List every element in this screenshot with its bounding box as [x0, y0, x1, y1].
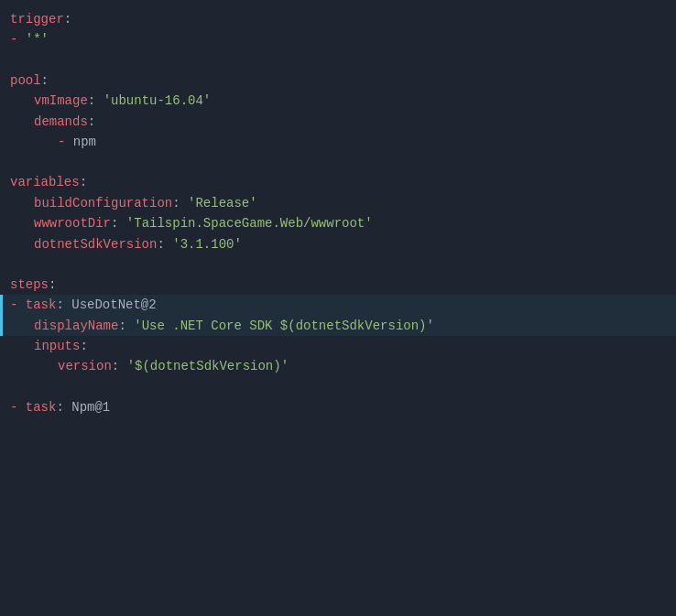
code-line: displayName: 'Use .NET Core SDK $(dotnet…: [0, 316, 676, 336]
code-line: version: '$(dotnetSdkVersion)': [0, 356, 676, 376]
key-token: wwwrootDir: [34, 216, 111, 231]
key-token: steps: [10, 277, 49, 292]
key-token: inputs: [34, 339, 80, 353]
key-token: trigger: [10, 12, 64, 27]
colon-token: :: [157, 237, 172, 252]
key-token: task: [26, 400, 57, 415]
key-token: demands: [34, 114, 88, 129]
colon-token: :: [80, 175, 87, 189]
key-token: buildConfiguration: [34, 196, 172, 211]
code-line: - task: UseDotNet@2: [0, 295, 676, 315]
colon-token: :: [64, 12, 71, 27]
code-line: buildConfiguration: 'Release': [0, 193, 676, 213]
code-line: demands:: [0, 112, 676, 132]
colon-token: :: [88, 93, 104, 108]
key-token: version: [58, 359, 112, 373]
key-token: dotnetSdkVersion: [34, 237, 157, 252]
colon-token: :: [88, 114, 95, 129]
string-token: 'Use .NET Core SDK $(dotnetSdkVersion)': [134, 319, 434, 333]
colon-token: :: [80, 339, 87, 353]
code-line: dotnetSdkVersion: '3.1.100': [0, 234, 676, 254]
string-token: 'Release': [188, 196, 257, 211]
code-line: [0, 377, 676, 397]
colon-token: :: [118, 319, 134, 333]
colon-token: :: [172, 196, 188, 211]
code-line: trigger:: [0, 9, 676, 29]
colon-token: :: [56, 297, 71, 312]
key-token: variables: [10, 175, 80, 189]
string-token: 'ubuntu-16.04': [104, 93, 212, 108]
key-token: displayName: [34, 319, 118, 333]
code-line: [0, 254, 676, 275]
string-token: '$(dotnetSdkVersion)': [127, 359, 289, 373]
code-line: wwwrootDir: 'Tailspin.SpaceGame.Web/wwwr…: [0, 213, 676, 233]
code-line: [0, 152, 676, 172]
code-line: vmImage: 'ubuntu-16.04': [0, 91, 676, 111]
code-line: inputs:: [0, 336, 676, 356]
dash-token: -: [58, 135, 73, 149]
code-line: [0, 50, 676, 70]
colon-token: :: [49, 277, 56, 292]
code-line: - npm: [0, 132, 676, 152]
value-plain-token: Npm@1: [71, 400, 110, 415]
colon-token: :: [56, 400, 71, 415]
code-line: steps:: [0, 275, 676, 295]
dash-token: -: [10, 32, 26, 47]
code-line: - task: Npm@1: [0, 397, 676, 417]
string-token: '*': [26, 32, 49, 47]
value-plain-token: npm: [73, 135, 96, 149]
key-token: task: [26, 297, 57, 312]
dash-token: -: [10, 400, 26, 415]
string-token: 'Tailspin.SpaceGame.Web/wwwroot': [126, 216, 373, 231]
code-editor: trigger:- '*'pool:vmImage: 'ubuntu-16.04…: [0, 0, 676, 427]
string-token: '3.1.100': [172, 237, 242, 252]
colon-token: :: [111, 216, 126, 231]
dash-token: -: [10, 297, 26, 312]
code-line: variables:: [0, 172, 676, 192]
code-line: pool:: [0, 70, 676, 91]
value-plain-token: UseDotNet@2: [71, 297, 156, 312]
colon-token: :: [112, 359, 127, 373]
key-token: vmImage: [34, 93, 88, 108]
key-token: pool: [10, 73, 41, 88]
colon-token: :: [41, 73, 49, 88]
code-line: - '*': [0, 29, 676, 49]
